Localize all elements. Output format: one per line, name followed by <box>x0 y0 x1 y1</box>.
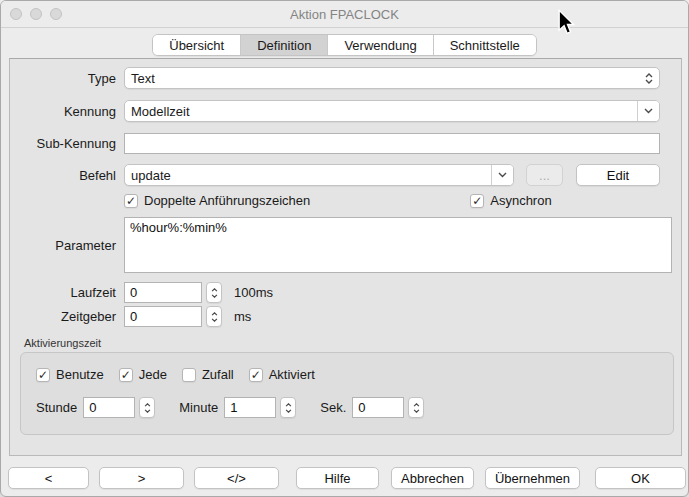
tab-verwendung[interactable]: Verwendung <box>328 35 433 55</box>
checkmark-icon: ✓ <box>119 368 133 382</box>
asynchron-checkbox[interactable]: ✓ Asynchron <box>470 193 551 208</box>
tab-uebersicht[interactable]: Übersicht <box>153 35 241 55</box>
minute-label: Minute <box>179 400 218 415</box>
ok-button[interactable]: OK <box>595 467 686 489</box>
sek-stepper[interactable] <box>408 397 424 418</box>
parameter-label: Parameter <box>10 238 116 253</box>
zeitgeber-stepper[interactable] <box>206 306 222 327</box>
tab-definition[interactable]: Definition <box>241 35 328 55</box>
benutze-checkbox[interactable]: ✓ Benutze <box>36 367 104 382</box>
checkmark-icon: ✓ <box>470 194 484 208</box>
popup-arrows-icon <box>645 73 653 84</box>
type-value: Text <box>131 71 645 86</box>
befehl-more-button[interactable]: ... <box>526 164 563 186</box>
doppelte-anfuehrungszeichen-checkbox[interactable]: ✓ Doppelte Anführungszeichen <box>124 193 310 208</box>
laufzeit-input[interactable] <box>124 282 202 303</box>
sub-kennung-label: Sub-Kennung <box>10 136 116 151</box>
zoom-window-icon[interactable] <box>50 8 62 20</box>
asynchron-label: Asynchron <box>490 193 551 208</box>
laufzeit-label: Laufzeit <box>10 285 116 300</box>
type-label: Type <box>10 71 116 86</box>
zeitgeber-label: Zeitgeber <box>10 309 116 324</box>
next-button[interactable]: > <box>99 467 184 489</box>
zufall-label: Zufall <box>202 367 234 382</box>
traffic-lights <box>10 8 62 20</box>
befehl-label: Befehl <box>10 168 116 183</box>
aktiviert-checkbox[interactable]: ✓ Aktiviert <box>249 367 315 382</box>
doppelte-anfuehrungszeichen-label: Doppelte Anführungszeichen <box>144 193 310 208</box>
sek-label: Sek. <box>320 400 346 415</box>
parameter-textarea[interactable]: %hour%:%min% <box>124 217 672 273</box>
tab-schnittstelle[interactable]: Schnittstelle <box>434 35 536 55</box>
befehl-edit-button[interactable]: Edit <box>576 164 660 186</box>
zeitgeber-input[interactable] <box>124 306 202 327</box>
aktivierungszeit-box: ✓ Benutze ✓ Jede Zufall ✓ Aktiviert <box>20 352 674 435</box>
zufall-checkbox[interactable]: Zufall <box>182 367 234 382</box>
dialog-window: Aktion FPACLOCK Übersicht Definition Ver… <box>0 0 689 497</box>
kennung-dropdown-button[interactable] <box>637 101 659 121</box>
chevron-down-icon <box>498 172 507 178</box>
type-popup[interactable]: Text <box>124 67 660 89</box>
kennung-label: Kennung <box>10 104 116 119</box>
tab-bar: Übersicht Definition Verwendung Schnitts… <box>1 34 688 56</box>
window-title: Aktion FPACLOCK <box>1 7 688 22</box>
close-window-icon[interactable] <box>10 8 22 20</box>
stunde-stepper[interactable] <box>139 397 155 418</box>
prev-button[interactable]: < <box>8 467 89 489</box>
minute-stepper[interactable] <box>280 397 296 418</box>
laufzeit-unit: 100ms <box>234 285 273 300</box>
zeitgeber-unit: ms <box>234 309 251 324</box>
minimize-window-icon[interactable] <box>30 8 42 20</box>
aktivierungszeit-title: Aktivierungszeit <box>24 337 674 349</box>
jede-label: Jede <box>139 367 167 382</box>
checkmark-icon: ✓ <box>36 368 50 382</box>
minute-input[interactable] <box>224 397 276 418</box>
kennung-combobox[interactable]: Modellzeit <box>124 100 660 122</box>
benutze-label: Benutze <box>56 367 104 382</box>
chevron-down-icon <box>644 108 653 114</box>
befehl-dropdown-button[interactable] <box>491 165 513 185</box>
tab-segmented-control: Übersicht Definition Verwendung Schnitts… <box>152 34 537 56</box>
aktiviert-label: Aktiviert <box>269 367 315 382</box>
stunde-input[interactable] <box>83 397 135 418</box>
kennung-value: Modellzeit <box>125 101 637 121</box>
code-button[interactable]: </> <box>194 467 279 489</box>
title-bar: Aktion FPACLOCK <box>1 1 688 28</box>
befehl-value: update <box>125 165 491 185</box>
checkmark-icon: ✓ <box>249 368 263 382</box>
definition-panel: Type Text Kennung Modellzeit Sub-Kennung <box>9 58 682 456</box>
laufzeit-stepper[interactable] <box>206 282 222 303</box>
sek-input[interactable] <box>352 397 404 418</box>
aktivierungszeit-group: Aktivierungszeit ✓ Benutze ✓ Jede Zufall <box>20 337 674 435</box>
checkmark-icon <box>182 368 196 382</box>
hilfe-button[interactable]: Hilfe <box>296 467 379 489</box>
checkmark-icon: ✓ <box>124 194 138 208</box>
jede-checkbox[interactable]: ✓ Jede <box>119 367 167 382</box>
befehl-combobox[interactable]: update <box>124 164 514 186</box>
uebernehmen-button[interactable]: Übernehmen <box>485 467 580 489</box>
sub-kennung-input[interactable] <box>124 133 660 154</box>
abbrechen-button[interactable]: Abbrechen <box>391 467 474 489</box>
footer-button-bar: < > </> Hilfe Abbrechen Übernehmen OK <box>1 467 688 489</box>
stunde-label: Stunde <box>36 400 77 415</box>
